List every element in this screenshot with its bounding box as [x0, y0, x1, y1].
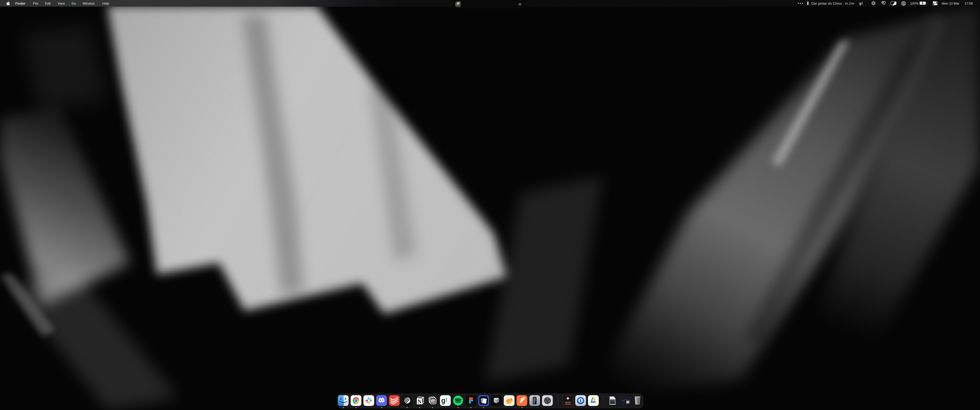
svg-text:g: g — [441, 397, 445, 404]
svg-text:raycast: raycast — [565, 401, 571, 404]
svg-text:N: N — [418, 399, 422, 404]
svg-text:10: 10 — [431, 399, 435, 403]
